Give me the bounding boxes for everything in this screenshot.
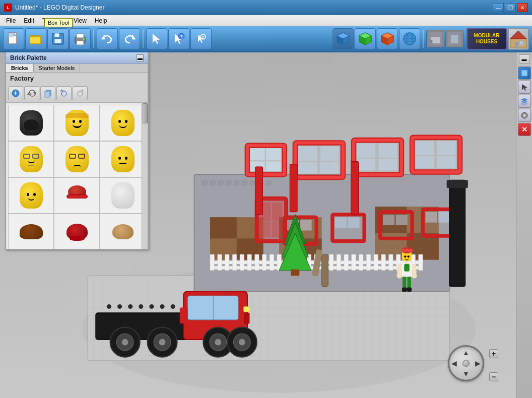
minimize-button[interactable]: — [493,3,504,12]
print-button[interactable] [70,28,91,49]
palette-tabs: Bricks Starter Models [6,64,148,73]
right-tool-hinge[interactable] [518,109,531,122]
svg-rect-129 [337,254,341,271]
globe-button[interactable] [399,28,420,49]
palette-copy-btn[interactable] [40,86,55,100]
nav-up[interactable]: ▲ [462,349,470,357]
right-tool-delete[interactable]: ✕ [518,123,531,136]
svg-rect-39 [430,40,433,44]
close-button[interactable]: ✕ [517,3,528,12]
thumbnail1[interactable] [426,30,444,48]
palette-scrollbar[interactable] [142,103,148,249]
svg-rect-91 [437,156,456,168]
select-button[interactable] [146,28,167,49]
svg-rect-106 [395,215,407,225]
svg-rect-76 [298,146,317,161]
menu-file[interactable]: File [2,16,20,25]
toolbar-right: MODULARHOUSES [332,28,529,50]
brick-palette: Brick Palette ▬ Bricks Starter Models Fa… [5,52,149,250]
brick3d-button[interactable] [332,28,354,49]
svg-rect-120 [270,254,274,271]
svg-point-162 [215,339,222,346]
palette-title: Brick Palette [10,54,47,61]
svg-marker-218 [60,89,63,91]
svg-rect-115 [232,254,236,271]
collapse-right-panel[interactable]: ▬ [519,54,530,63]
palette-rotate-btn[interactable] [24,86,39,100]
svg-point-50 [202,180,208,185]
maximize-button[interactable]: ❐ [505,3,516,12]
thumbnail2[interactable] [445,30,463,48]
nav-center[interactable] [462,360,470,367]
menu-edit[interactable]: Edit [20,16,38,25]
brick-item-glasses-head[interactable]: ~~~ [8,141,54,177]
palette-scrollbar-thumb[interactable] [143,103,148,123]
brick-item-brown-hair[interactable] [8,214,54,249]
svg-rect-90 [415,156,434,168]
brick-item-grumpy-head[interactable]: ~~~ [54,141,100,177]
brick-item-red-hat[interactable] [54,177,100,214]
right-tool-layer[interactable] [518,95,531,108]
window-controls[interactable]: — ❐ ✕ [493,3,528,12]
zoom-out-button[interactable]: − [489,372,498,381]
right-tool-select[interactable] [518,67,531,80]
right-tool-arrow[interactable] [518,81,531,94]
svg-rect-100 [300,220,311,230]
nav-left[interactable]: ◀ [451,359,457,367]
brick-item-plain-head[interactable] [100,141,146,177]
svg-point-188 [408,255,410,257]
svg-rect-112 [210,254,214,271]
svg-rect-131 [352,254,356,271]
help1-button[interactable]: ? [168,28,189,49]
svg-rect-108 [425,212,437,223]
svg-rect-153 [244,313,250,323]
brick-item-tan-hair[interactable] [100,214,146,249]
svg-rect-79 [320,162,339,173]
redo-button[interactable] [119,28,140,49]
svg-point-166 [107,304,111,308]
brick-item-red-hair[interactable] [54,214,100,249]
zoom-in-button[interactable]: + [489,349,498,358]
svg-marker-43 [510,31,526,39]
save-button[interactable] [47,28,69,49]
palette-tools: + [6,84,148,103]
menu-view[interactable]: View [70,16,91,25]
new-button[interactable] [3,28,24,49]
separator-2 [143,30,144,48]
tab-bricks[interactable]: Bricks [6,64,34,72]
svg-rect-85 [379,159,397,170]
svg-point-52 [218,180,224,185]
rotate-button[interactable] [355,28,376,49]
svg-rect-145 [449,180,466,286]
svg-rect-130 [344,254,348,271]
palette-close-button[interactable]: ▬ [137,54,144,61]
tab-starter-models[interactable]: Starter Models [34,64,81,72]
svg-marker-210 [521,102,527,105]
svg-rect-5 [30,37,41,44]
svg-rect-133 [366,254,370,271]
undo-button[interactable] [97,28,118,49]
menu-help[interactable]: Help [91,16,111,25]
svg-rect-96 [260,222,271,238]
palette-add-btn[interactable]: + [8,86,23,100]
brick-item-black-head[interactable] [8,105,54,141]
brick-item-simple-head[interactable] [8,177,54,214]
svg-rect-132 [359,254,363,271]
svg-marker-13 [153,34,160,44]
help2-button[interactable]: ? [190,28,212,49]
palette-undo-btn[interactable] [56,86,72,100]
svg-rect-119 [262,254,266,271]
export-button[interactable] [377,28,398,49]
open-button[interactable] [25,28,46,49]
brick-item-happy-head[interactable] [54,105,100,141]
nav-control[interactable]: ▲ ▼ ◀ ▶ + − [448,345,488,385]
brick-item-smile-head[interactable] [100,105,146,141]
palette-redo-btn[interactable] [73,86,88,100]
svg-rect-8 [54,39,61,43]
svg-point-159 [159,339,166,346]
nav-down[interactable]: ▼ [462,370,470,378]
brick-item-white-head[interactable] [100,177,146,214]
svg-rect-216 [45,91,50,97]
svg-point-181 [396,273,402,279]
nav-right[interactable]: ▶ [475,359,481,367]
